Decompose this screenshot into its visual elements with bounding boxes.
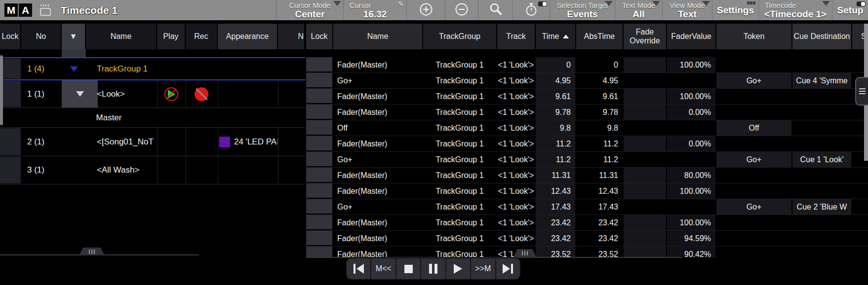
event-fade-override xyxy=(624,57,667,72)
event-row[interactable]: Fader(Master)TrackGroup 1<1 'Look'>11.31… xyxy=(306,168,868,183)
toolbar-selection-target[interactable]: Selection TargetEvents xyxy=(550,0,615,20)
event-lock-cell[interactable] xyxy=(306,120,333,136)
event-lock-cell[interactable] xyxy=(306,57,333,72)
collapse-cell[interactable] xyxy=(62,80,98,107)
event-lock-cell[interactable] xyxy=(306,136,333,151)
left-vertical-scrollbar[interactable] xyxy=(0,55,3,125)
event-lock-cell[interactable] xyxy=(306,215,333,230)
toolbar-cursor[interactable]: Cursor16.32✎ xyxy=(343,0,406,20)
play-disabled-icon[interactable] xyxy=(164,87,179,102)
transport-play-button[interactable] xyxy=(445,258,470,279)
track-lock-cell[interactable] xyxy=(0,81,22,107)
right-horizontal-scroll-grip[interactable] xyxy=(513,249,536,257)
event-lock-cell[interactable] xyxy=(306,231,333,246)
zoom-in-icon xyxy=(419,2,434,19)
toolbar-stopwatch[interactable] xyxy=(513,0,550,20)
event-name: Fader(Master) xyxy=(333,105,423,120)
event-row[interactable]: Go+TrackGroup 1<1 'Look'>17.4317.43Go+Cu… xyxy=(306,199,868,215)
event-list-header-abstime[interactable]: AbsTime xyxy=(576,24,624,49)
event-row[interactable]: Fader(Master)TrackGroup 1<1 'Look'>23.52… xyxy=(306,247,868,258)
track-list-header-name[interactable]: Name xyxy=(86,24,157,49)
event-list-header-cue-destination[interactable]: Cue Destination xyxy=(792,24,852,49)
event-token xyxy=(716,136,792,151)
transport-skip-end-button[interactable] xyxy=(495,258,520,279)
event-row[interactable]: Fader(Master)TrackGroup 1<1 'Look'>23.42… xyxy=(306,231,868,247)
event-time: 23.42 xyxy=(536,231,576,246)
event-list-header-trackgroup[interactable]: TrackGroup xyxy=(423,24,497,49)
track-list-header-n[interactable]: N xyxy=(278,24,305,49)
toolbar-zoom-out[interactable] xyxy=(445,0,478,20)
toolbar-zoom-in[interactable] xyxy=(406,0,445,20)
track-list-header-▼[interactable]: ▼ xyxy=(62,24,86,49)
event-abstime: 23.52 xyxy=(576,247,624,258)
ma-logo-icon[interactable]: M A xyxy=(4,3,32,17)
event-list-header-fade-override[interactable]: Fade Override xyxy=(624,24,667,49)
track-list-header-appearance[interactable]: Appearance xyxy=(218,24,278,49)
event-row[interactable]: Go+TrackGroup 1<1 'Look'>11.211.2Go+Cue … xyxy=(306,152,868,168)
toolbar-view-mode[interactable]: View ModeText xyxy=(662,0,712,20)
track-list-header-rec[interactable]: Rec xyxy=(186,24,218,49)
track-row[interactable]: 3 (1)<All Wash> xyxy=(0,156,305,184)
transport-skip-start-button[interactable] xyxy=(347,258,370,279)
event-list-header-name[interactable]: Name xyxy=(333,24,423,49)
event-lock-cell[interactable] xyxy=(306,183,333,199)
event-lock-cell[interactable] xyxy=(306,199,333,214)
event-list-header-time[interactable]: Time xyxy=(536,24,576,49)
event-row[interactable]: Fader(Master)TrackGroup 1<1 'Look'>23.42… xyxy=(306,215,868,231)
event-lock-cell[interactable] xyxy=(306,247,333,258)
track-row[interactable]: 2 (1)<[Song01_NoT24 'LED PAI xyxy=(0,128,305,156)
toolbar-cursor-mode[interactable]: Cursor ModeCenter xyxy=(276,0,343,20)
event-row[interactable]: OffTrackGroup 1<1 'Look'>9.89.8Off xyxy=(306,120,868,136)
event-name: Off xyxy=(333,120,423,136)
event-name: Fader(Master) xyxy=(333,168,423,183)
event-list-header-fadervalue[interactable]: FaderValue xyxy=(667,24,716,49)
event-fader-value: 0.00% xyxy=(667,136,716,151)
event-time: 0 xyxy=(536,57,576,72)
toolbar-cursor-mode-value: Center xyxy=(295,9,324,19)
event-lock-cell[interactable] xyxy=(306,89,333,104)
event-abstime: 9.8 xyxy=(576,120,624,136)
event-row[interactable]: Fader(Master)TrackGroup 1<1 'Look'>00100… xyxy=(306,57,868,73)
toolbar-setup-value: Setup xyxy=(837,5,864,15)
event-list-header-lock[interactable]: Lock xyxy=(306,24,333,49)
event-list-header-track[interactable]: Track xyxy=(497,24,536,49)
track-lock-cell[interactable] xyxy=(0,157,22,183)
transport-forward-marker-button[interactable]: >>M xyxy=(470,258,495,279)
track-list-header-play[interactable]: Play xyxy=(157,24,186,49)
event-time: 17.43 xyxy=(536,199,576,214)
master-row[interactable]: Master xyxy=(0,108,305,128)
event-lock-cell[interactable] xyxy=(306,73,333,88)
event-lock-cell[interactable] xyxy=(306,105,333,120)
track-row[interactable]: 1 (1)<Look> xyxy=(0,80,305,108)
toolbar-timecode-pool[interactable]: Timecode<Timecode 1> xyxy=(758,0,832,20)
event-abstime: 23.42 xyxy=(576,231,624,246)
event-row[interactable]: Fader(Master)TrackGroup 1<1 'Look'>9.619… xyxy=(306,89,868,105)
track-list-header-no[interactable]: No xyxy=(21,24,62,49)
track-list-header-lock[interactable]: Lock xyxy=(0,24,21,49)
event-trackgroup: TrackGroup 1 xyxy=(423,231,497,246)
trackgroup-row[interactable]: 1 (4)TrackGroup 1 xyxy=(0,57,305,80)
toolbar-setup[interactable]: Setup xyxy=(832,0,868,20)
collapse-arrow-icon[interactable] xyxy=(70,66,78,71)
left-horizontal-scroll-grip[interactable] xyxy=(79,248,105,255)
event-list-header-token[interactable]: Token xyxy=(716,24,792,49)
event-row[interactable]: Go+TrackGroup 1<1 'Look'>4.954.95Go+Cue … xyxy=(306,73,868,89)
toolbar-text-mode[interactable]: Text ModeAll xyxy=(615,0,662,20)
event-lock-cell[interactable] xyxy=(306,168,333,183)
transport-pause-button[interactable] xyxy=(420,258,445,279)
record-disabled-icon[interactable] xyxy=(195,87,208,101)
track-lock-cell[interactable] xyxy=(0,128,22,155)
toolbar-search[interactable] xyxy=(478,0,513,20)
transport-stop-button[interactable] xyxy=(395,258,420,279)
event-time: 9.8 xyxy=(536,120,576,136)
track-lock-cell[interactable] xyxy=(0,59,22,79)
right-vertical-scroll-handle[interactable] xyxy=(855,77,868,106)
transport-rewind-marker-button[interactable]: M<< xyxy=(370,258,395,279)
appearance-label: 24 'LED PAI xyxy=(234,137,277,147)
toolbar-settings[interactable]: Settings xyxy=(712,0,758,20)
event-row[interactable]: Fader(Master)TrackGroup 1<1 'Look'>11.21… xyxy=(306,136,868,152)
event-lock-cell[interactable] xyxy=(306,152,333,167)
event-list-header-row: LockNameTrackGroupTrackTimeAbsTimeFade O… xyxy=(306,24,868,49)
event-row[interactable]: Fader(Master)TrackGroup 1<1 'Look'>9.789… xyxy=(306,105,868,120)
event-row[interactable]: Fader(Master)TrackGroup 1<1 'Look'>12.43… xyxy=(306,183,868,199)
